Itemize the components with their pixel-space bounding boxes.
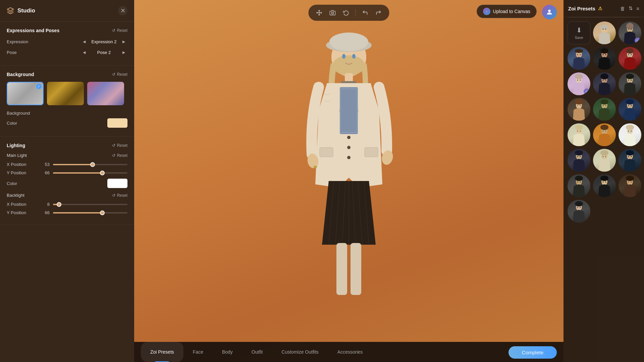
- reset-icon: ↺: [112, 28, 115, 33]
- expressions-poses-header: Expressions and Poses ↺ Reset: [7, 28, 127, 33]
- svg-point-104: [605, 182, 606, 183]
- bg-thumbnails: ✓: [7, 82, 127, 105]
- svg-point-35: [628, 29, 629, 30]
- svg-point-44: [605, 54, 606, 55]
- y-position-thumb[interactable]: [100, 171, 105, 175]
- delete-action-button[interactable]: 🗑: [620, 6, 625, 11]
- bl-y-thumb[interactable]: [100, 210, 105, 215]
- complete-button[interactable]: Complete: [508, 346, 557, 359]
- tab-outfit-label: Outfit: [252, 349, 263, 355]
- studio-icon: [7, 7, 14, 14]
- bl-y-label: Y Position: [7, 210, 37, 215]
- preset-item-8[interactable]: [619, 72, 641, 95]
- backlight-header: Backlight ↺ Reset: [7, 193, 127, 198]
- preset-item-20[interactable]: [619, 174, 641, 197]
- lighting-reset[interactable]: ↺ Reset: [112, 143, 127, 148]
- svg-point-34: [626, 23, 634, 29]
- left-panel-content: Expressions and Poses ↺ Reset Expression…: [0, 22, 134, 362]
- preset-item-17[interactable]: [619, 149, 641, 172]
- undo-button[interactable]: [360, 7, 371, 18]
- preset-item-4[interactable]: [593, 47, 616, 70]
- bg-thumb-3[interactable]: [87, 82, 124, 105]
- light-color-swatch[interactable]: [107, 179, 127, 188]
- bg-color-swatch[interactable]: [107, 118, 127, 128]
- preset-item-1[interactable]: [593, 21, 616, 44]
- expression-prev-arrow[interactable]: ◀: [80, 38, 88, 45]
- background-reset[interactable]: ↺ Reset: [112, 72, 127, 77]
- y-position-track[interactable]: [53, 172, 127, 174]
- ml-reset-label: Reset: [117, 153, 127, 158]
- preset-item-14[interactable]: [619, 123, 641, 146]
- y-position-value: 66: [40, 170, 50, 175]
- preset-item-12[interactable]: [568, 123, 590, 146]
- bg-thumb-1[interactable]: ✓: [7, 82, 44, 105]
- lighting-section: Lighting ↺ Reset Main Light ↺ Reset X Po…: [0, 137, 134, 225]
- svg-point-63: [577, 105, 578, 106]
- preset-item-16[interactable]: [593, 149, 616, 172]
- tab-body[interactable]: Body: [213, 342, 242, 362]
- bg-color-row: Background: [7, 111, 127, 116]
- preset-avatar-1: [593, 21, 616, 44]
- panel-title-row: Studio: [7, 7, 35, 14]
- pose-prev-arrow[interactable]: ◀: [80, 49, 88, 56]
- tab-face[interactable]: Face: [183, 342, 213, 362]
- pose-next-arrow[interactable]: ▶: [120, 49, 127, 56]
- svg-point-66: [600, 99, 608, 105]
- pose-value-row: ◀ Pose 2 ▶: [80, 49, 127, 56]
- svg-point-60: [631, 80, 632, 81]
- preset-item-10[interactable]: [593, 98, 616, 121]
- preset-item-3[interactable]: [568, 47, 590, 70]
- svg-rect-28: [351, 243, 361, 295]
- preset-item-9[interactable]: [568, 98, 590, 121]
- backlight-reset[interactable]: ↺ Reset: [112, 193, 127, 198]
- x-position-track[interactable]: [53, 164, 127, 165]
- preset-save-item[interactable]: ⬇ Save: [568, 21, 590, 44]
- preset-item-6[interactable]: C: [568, 72, 590, 95]
- svg-point-82: [626, 125, 634, 130]
- tab-accessories[interactable]: Accessories: [328, 342, 372, 362]
- svg-point-71: [628, 105, 629, 106]
- redo-button[interactable]: [373, 7, 384, 18]
- svg-point-110: [575, 201, 583, 206]
- bl-y-track[interactable]: [53, 212, 127, 214]
- expressions-poses-reset[interactable]: ↺ Reset: [112, 28, 127, 33]
- bg-thumb-2[interactable]: [47, 82, 84, 105]
- preset-item-21[interactable]: [568, 200, 590, 223]
- upload-to-canvas-button[interactable]: ↑ Upload to Canvas: [477, 5, 537, 18]
- svg-point-84: [631, 131, 632, 132]
- rotate-tool-button[interactable]: [341, 7, 352, 18]
- preset-item-13[interactable]: [593, 123, 616, 146]
- expression-next-arrow[interactable]: ▶: [120, 38, 127, 45]
- preset-item-18[interactable]: [568, 174, 590, 197]
- preset-item-5[interactable]: [619, 47, 641, 70]
- bl-x-track[interactable]: [53, 204, 127, 205]
- move-tool-button[interactable]: [314, 7, 325, 18]
- background-header: Background ↺ Reset: [7, 72, 127, 77]
- bl-x-label: X Position: [7, 202, 37, 207]
- user-avatar-button[interactable]: [542, 5, 557, 19]
- filter-action-button[interactable]: ≡: [636, 6, 639, 11]
- main-light-title: Main Light: [7, 153, 27, 158]
- lighting-header: Lighting ↺ Reset: [7, 143, 127, 148]
- svg-point-13: [347, 146, 351, 149]
- x-position-value: 53: [40, 162, 50, 167]
- preset-item-19[interactable]: [593, 174, 616, 197]
- right-panel-header: Zoi Presets ⚠ 🗑 ⇅ ≡: [564, 0, 644, 17]
- close-button[interactable]: ✕: [118, 6, 127, 15]
- character-figure: [290, 17, 408, 302]
- preset-item-2[interactable]: C: [619, 21, 641, 44]
- sort-action-button[interactable]: ⇅: [629, 5, 633, 11]
- preset-item-15[interactable]: [568, 149, 590, 172]
- tab-zoi-presets[interactable]: Zoi Presets: [141, 342, 183, 362]
- main-light-reset[interactable]: ↺ Reset: [112, 153, 127, 158]
- tab-outfit[interactable]: Outfit: [242, 342, 272, 362]
- bl-x-thumb[interactable]: [57, 202, 61, 207]
- tab-customize-outfits[interactable]: Customize Outfits: [272, 342, 328, 362]
- preset-item-11[interactable]: [619, 98, 641, 121]
- x-position-thumb[interactable]: [90, 162, 95, 167]
- camera-tool-button[interactable]: [327, 7, 338, 18]
- svg-point-7: [352, 54, 356, 59]
- bg-sublabel: Color: [7, 121, 107, 126]
- preset-item-7[interactable]: [593, 72, 616, 95]
- svg-point-111: [577, 207, 578, 208]
